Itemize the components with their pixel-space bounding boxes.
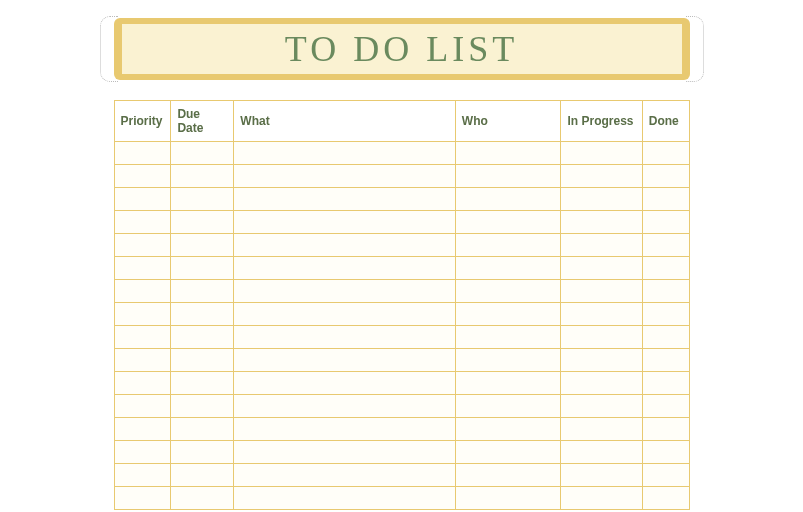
col-header-in-progress: In Progress	[561, 101, 642, 142]
cell-who[interactable]	[455, 441, 561, 464]
cell-done[interactable]	[642, 188, 689, 211]
cell-due-date[interactable]	[171, 441, 234, 464]
cell-priority[interactable]	[114, 418, 171, 441]
cell-priority[interactable]	[114, 257, 171, 280]
cell-who[interactable]	[455, 418, 561, 441]
cell-priority[interactable]	[114, 211, 171, 234]
cell-what[interactable]	[234, 257, 455, 280]
cell-priority[interactable]	[114, 487, 171, 510]
cell-done[interactable]	[642, 349, 689, 372]
cell-who[interactable]	[455, 280, 561, 303]
cell-due-date[interactable]	[171, 372, 234, 395]
cell-done[interactable]	[642, 326, 689, 349]
cell-priority[interactable]	[114, 441, 171, 464]
cell-who[interactable]	[455, 326, 561, 349]
cell-who[interactable]	[455, 234, 561, 257]
cell-due-date[interactable]	[171, 234, 234, 257]
cell-in-progress[interactable]	[561, 142, 642, 165]
cell-in-progress[interactable]	[561, 303, 642, 326]
cell-what[interactable]	[234, 326, 455, 349]
cell-what[interactable]	[234, 487, 455, 510]
cell-priority[interactable]	[114, 372, 171, 395]
cell-priority[interactable]	[114, 142, 171, 165]
cell-due-date[interactable]	[171, 280, 234, 303]
cell-priority[interactable]	[114, 188, 171, 211]
cell-done[interactable]	[642, 211, 689, 234]
cell-due-date[interactable]	[171, 165, 234, 188]
cell-what[interactable]	[234, 418, 455, 441]
cell-who[interactable]	[455, 188, 561, 211]
cell-in-progress[interactable]	[561, 418, 642, 441]
cell-what[interactable]	[234, 395, 455, 418]
cell-in-progress[interactable]	[561, 487, 642, 510]
cell-in-progress[interactable]	[561, 349, 642, 372]
cell-done[interactable]	[642, 418, 689, 441]
cell-priority[interactable]	[114, 234, 171, 257]
cell-priority[interactable]	[114, 303, 171, 326]
cell-what[interactable]	[234, 142, 455, 165]
cell-what[interactable]	[234, 441, 455, 464]
cell-done[interactable]	[642, 303, 689, 326]
page-title: TO DO LIST	[285, 28, 518, 70]
cell-done[interactable]	[642, 257, 689, 280]
cell-in-progress[interactable]	[561, 211, 642, 234]
cell-in-progress[interactable]	[561, 165, 642, 188]
table-row	[114, 372, 689, 395]
cell-in-progress[interactable]	[561, 464, 642, 487]
cell-priority[interactable]	[114, 280, 171, 303]
cell-what[interactable]	[234, 372, 455, 395]
cell-priority[interactable]	[114, 165, 171, 188]
cell-in-progress[interactable]	[561, 257, 642, 280]
cell-who[interactable]	[455, 372, 561, 395]
cell-due-date[interactable]	[171, 464, 234, 487]
cell-who[interactable]	[455, 349, 561, 372]
cell-what[interactable]	[234, 349, 455, 372]
cell-done[interactable]	[642, 487, 689, 510]
cell-done[interactable]	[642, 234, 689, 257]
cell-what[interactable]	[234, 188, 455, 211]
cell-due-date[interactable]	[171, 257, 234, 280]
cell-what[interactable]	[234, 464, 455, 487]
cell-in-progress[interactable]	[561, 372, 642, 395]
cell-in-progress[interactable]	[561, 188, 642, 211]
cell-in-progress[interactable]	[561, 441, 642, 464]
cell-what[interactable]	[234, 303, 455, 326]
cell-due-date[interactable]	[171, 349, 234, 372]
cell-who[interactable]	[455, 395, 561, 418]
cell-what[interactable]	[234, 280, 455, 303]
cell-done[interactable]	[642, 142, 689, 165]
cell-in-progress[interactable]	[561, 395, 642, 418]
cell-priority[interactable]	[114, 326, 171, 349]
cell-done[interactable]	[642, 441, 689, 464]
cell-due-date[interactable]	[171, 395, 234, 418]
cell-who[interactable]	[455, 165, 561, 188]
cell-due-date[interactable]	[171, 487, 234, 510]
cell-due-date[interactable]	[171, 142, 234, 165]
cell-due-date[interactable]	[171, 326, 234, 349]
cell-who[interactable]	[455, 211, 561, 234]
cell-due-date[interactable]	[171, 303, 234, 326]
cell-who[interactable]	[455, 303, 561, 326]
cell-due-date[interactable]	[171, 211, 234, 234]
cell-done[interactable]	[642, 464, 689, 487]
cell-who[interactable]	[455, 142, 561, 165]
cell-done[interactable]	[642, 280, 689, 303]
cell-in-progress[interactable]	[561, 234, 642, 257]
cell-what[interactable]	[234, 211, 455, 234]
cell-in-progress[interactable]	[561, 280, 642, 303]
cell-who[interactable]	[455, 464, 561, 487]
cell-priority[interactable]	[114, 464, 171, 487]
cell-due-date[interactable]	[171, 418, 234, 441]
cell-what[interactable]	[234, 234, 455, 257]
cell-due-date[interactable]	[171, 188, 234, 211]
cell-priority[interactable]	[114, 349, 171, 372]
cell-in-progress[interactable]	[561, 326, 642, 349]
cell-what[interactable]	[234, 165, 455, 188]
table-row	[114, 464, 689, 487]
cell-done[interactable]	[642, 165, 689, 188]
cell-who[interactable]	[455, 257, 561, 280]
cell-priority[interactable]	[114, 395, 171, 418]
cell-who[interactable]	[455, 487, 561, 510]
cell-done[interactable]	[642, 395, 689, 418]
cell-done[interactable]	[642, 372, 689, 395]
